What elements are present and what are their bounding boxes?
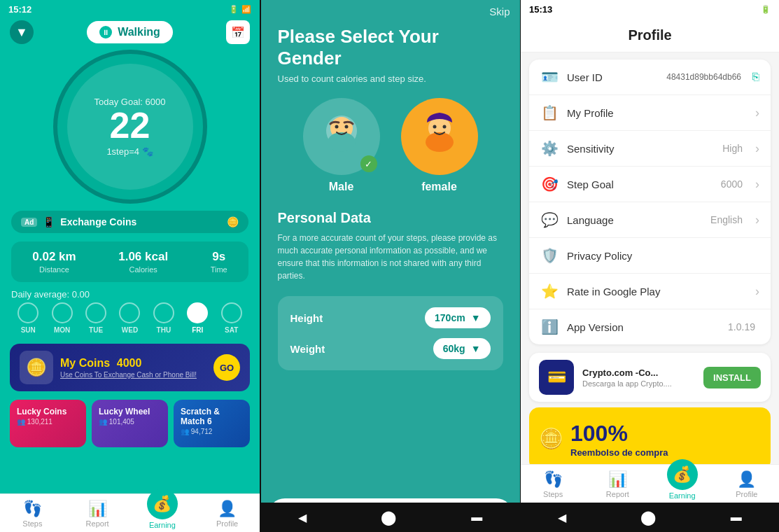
coins-title: My Coins 4000 — [60, 357, 206, 370]
weight-dropdown-icon: ▼ — [471, 343, 481, 354]
go-button[interactable]: GO — [213, 354, 240, 381]
crypto-ad-thumb: 💳 — [539, 360, 574, 395]
steps-label: Steps — [22, 519, 42, 528]
day-tue: TUE — [85, 302, 106, 334]
male-avatar: ✓ — [303, 98, 380, 175]
gender-title: Please Select Your Gender — [278, 26, 503, 69]
height-value: 170cm — [435, 312, 465, 323]
ad-label: Exchange Coins — [60, 216, 136, 227]
nav-steps-3[interactable]: 👣 Steps — [521, 470, 585, 500]
my-profile-icon: 📋 — [540, 104, 559, 121]
step-count: 22 — [110, 107, 150, 144]
nav-profile-1[interactable]: 👤 Profile — [195, 500, 260, 529]
step-circle-area: Today Goal: 6000 22 1step=4 🐾 — [53, 50, 207, 204]
step-circle-outer: Today Goal: 6000 22 1step=4 🐾 — [53, 50, 207, 204]
rate-row[interactable]: ⭐ Rate in Google Play › — [529, 274, 771, 309]
screen-profile: 15:13 🔋 Profile 🪪 User ID 48431d89bb64db… — [521, 0, 779, 532]
dropdown-button[interactable]: ▼ — [10, 20, 34, 44]
step-goal-label: Step Goal — [567, 178, 713, 190]
gender-female[interactable]: female — [401, 98, 478, 193]
language-label: Language — [567, 214, 702, 226]
yellow-ad-content: 🪙 100% Reembolso de compra — [529, 420, 771, 457]
crypto-ad-info: Crypto.com -Co... Descarga la app Crypto… — [582, 368, 695, 388]
language-row[interactable]: 💬 Language English › — [529, 202, 771, 238]
nav-report-1[interactable]: 📊 Report — [65, 500, 130, 529]
steps-label-3: Steps — [543, 490, 563, 498]
day-thu: THU — [153, 302, 174, 334]
yellow-ad-sub: Reembolso de compra — [570, 447, 668, 458]
crypto-logo: 🪙 — [539, 427, 563, 450]
scratch-count: 👥 94,712 — [181, 428, 243, 435]
profile-title: Profile — [521, 18, 779, 52]
scratch-card[interactable]: Scratch & Match 6 👥 94,712 — [174, 400, 250, 447]
crypto-ad-card[interactable]: 💳 Crypto.com -Co... Descarga la app Cryp… — [529, 353, 771, 402]
coins-icon-box: 🪙 — [20, 351, 53, 384]
female-avatar-svg — [412, 108, 468, 164]
sensitivity-row[interactable]: ⚙️ Sensitivity High › — [529, 131, 771, 167]
coins-banner[interactable]: 🪙 My Coins 4000 Use Coins To Exchange Ca… — [10, 344, 250, 391]
yellow-ad-banner[interactable]: 🪙 100% Reembolso de compra — [529, 407, 771, 470]
back-btn-3[interactable]: ◀ — [558, 511, 566, 524]
lucky-coins-title: Lucky Coins — [17, 407, 79, 416]
profile-label-1: Profile — [216, 519, 238, 528]
svg-point-7 — [426, 132, 454, 152]
ad-bar[interactable]: Ad 📱 Exchange Coins 🪙 — [11, 211, 248, 233]
pause-icon[interactable]: ⏸ — [99, 26, 112, 38]
sensitivity-icon: ⚙️ — [540, 140, 559, 157]
svg-point-9 — [442, 125, 446, 129]
lucky-wheel-card[interactable]: Lucky Wheel 👥 101,405 — [92, 400, 168, 447]
height-select[interactable]: 170cm ▼ — [425, 307, 490, 328]
rate-icon: ⭐ — [540, 283, 559, 300]
day-circle-tue — [85, 302, 106, 323]
sensitivity-label: Sensitivity — [567, 143, 714, 155]
lucky-wheel-title: Lucky Wheel — [99, 407, 161, 416]
nav-earning-1[interactable]: 💰 Earning — [130, 500, 195, 529]
male-avatar-svg — [314, 108, 370, 164]
gender-subtitle: Used to count calories and step size. — [278, 74, 503, 84]
privacy-label: Privacy Policy — [567, 250, 759, 262]
step-goal-row[interactable]: 🎯 Step Goal 6000 › — [529, 167, 771, 202]
day-label-mon: MON — [54, 326, 70, 334]
calendar-button[interactable]: 📅 — [226, 20, 250, 44]
nav-steps-1[interactable]: 👣 Steps — [0, 500, 65, 529]
sys-nav-3: ◀ ⬤ ▬ — [521, 503, 779, 532]
recent-btn-2[interactable]: ▬ — [471, 511, 482, 524]
day-sun: SUN — [17, 302, 38, 334]
svg-point-8 — [433, 125, 436, 129]
nav-earning-3[interactable]: 💰 Earning — [650, 470, 715, 500]
nav-report-3[interactable]: 📊 Report — [585, 470, 650, 500]
app-version-label: App Version — [567, 321, 720, 333]
back-btn-2[interactable]: ◀ — [298, 511, 307, 524]
yellow-ad-text-block: 100% Reembolso de compra — [570, 420, 668, 457]
lucky-coins-card[interactable]: Lucky Coins 👥 130,211 — [10, 400, 86, 447]
privacy-row[interactable]: 🛡️ Privacy Policy — [529, 238, 771, 274]
day-label-wed: WED — [122, 326, 138, 334]
coins-sub: Use Coins To Exchange Cash or Phone Bill… — [60, 371, 206, 379]
my-profile-label: My Profile — [567, 107, 747, 119]
svg-point-2 — [328, 132, 356, 152]
day-mon: MON — [52, 302, 73, 334]
user-id-label: User ID — [567, 71, 658, 83]
earning-icon: 💰 — [153, 495, 171, 513]
report-icon: 📊 — [88, 500, 107, 518]
report-icon-3: 📊 — [608, 470, 627, 489]
distance-label: Distance — [32, 265, 76, 274]
weight-select[interactable]: 60kg ▼ — [433, 338, 491, 359]
copy-icon[interactable]: ⎘ — [752, 71, 759, 83]
calories-label: Calories — [118, 265, 168, 274]
gender-male[interactable]: ✓ Male — [303, 98, 380, 193]
earning-circle-3: 💰 — [667, 459, 698, 490]
install-button[interactable]: INSTALL — [703, 367, 761, 388]
my-profile-row[interactable]: 📋 My Profile › — [529, 95, 771, 131]
nav-profile-3[interactable]: 👤 Profile — [715, 470, 779, 500]
day-circle-mon — [52, 302, 73, 323]
skip-button[interactable]: Skip — [489, 6, 510, 18]
home-btn-3[interactable]: ⬤ — [640, 509, 656, 526]
male-label: Male — [329, 181, 354, 193]
home-btn-2[interactable]: ⬤ — [381, 509, 396, 526]
battery-icon-3: 🔋 — [761, 5, 771, 14]
calories-stat: 1.06 kcal Calories — [118, 250, 168, 274]
recent-btn-3[interactable]: ▬ — [731, 511, 742, 524]
svg-point-4 — [344, 125, 348, 129]
day-circle-sat — [221, 302, 242, 323]
